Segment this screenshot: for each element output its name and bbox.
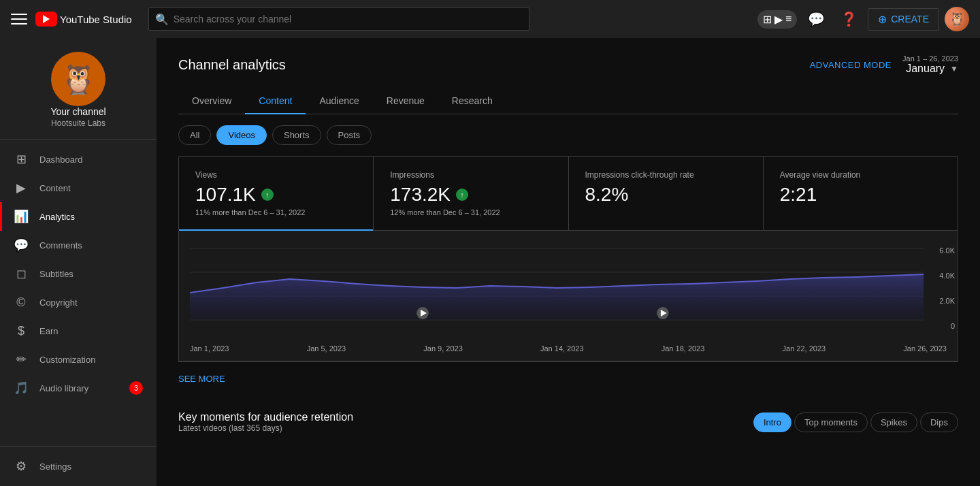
tab-research[interactable]: Research bbox=[438, 88, 506, 114]
menu-icon[interactable] bbox=[11, 11, 27, 27]
filter-posts[interactable]: Posts bbox=[327, 125, 372, 145]
sidebar-item-copyright[interactable]: © Copyright bbox=[0, 288, 157, 317]
tab-revenue[interactable]: Revenue bbox=[373, 88, 438, 114]
chart-xaxis: Jan 1, 2023 Jan 5, 2023 Jan 9, 2023 Jan … bbox=[179, 339, 958, 361]
sidebar-item-label: Content bbox=[39, 183, 71, 193]
metric-impressions-value: 173.2K ↑ bbox=[390, 184, 551, 206]
metric-avg-view-label: Average view duration bbox=[780, 170, 941, 180]
sidebar-item-content[interactable]: ▶ Content bbox=[0, 174, 157, 202]
date-range-picker[interactable]: January ▼ bbox=[902, 63, 958, 75]
youtube-logo bbox=[35, 12, 57, 27]
sidebar-item-earn[interactable]: $ Earn bbox=[0, 317, 157, 345]
sidebar-bottom: ⚙ Settings bbox=[0, 446, 157, 486]
chart-x-label-4: Jan 14, 2023 bbox=[540, 344, 584, 353]
key-moments-header: Key moments for audience retention Lates… bbox=[178, 411, 958, 433]
create-plus-icon: ⊕ bbox=[878, 13, 887, 26]
chart-y-label-0: 0 bbox=[939, 323, 955, 330]
channel-info: Your channel Hootsuite Labs bbox=[0, 38, 157, 140]
sidebar-item-label: Earn bbox=[39, 326, 58, 336]
filter-videos[interactable]: Videos bbox=[216, 125, 267, 145]
km-tab-spikes[interactable]: Spikes bbox=[870, 412, 917, 432]
sidebar-item-label: Comments bbox=[39, 240, 82, 250]
metric-views-change: 11% more than Dec 6 – 31, 2022 bbox=[195, 208, 357, 216]
play-icon[interactable]: ▶ bbox=[774, 13, 783, 26]
see-more-button[interactable]: SEE MORE bbox=[178, 374, 225, 384]
chart-x-label-5: Jan 18, 2023 bbox=[662, 344, 705, 353]
sidebar: Your channel Hootsuite Labs ⊞ Dashboard … bbox=[0, 38, 157, 486]
metric-avg-view[interactable]: Average view duration 2:21 bbox=[764, 157, 958, 230]
metric-ctr-value: 8.2% bbox=[585, 184, 747, 206]
search-icon: 🔍 bbox=[155, 13, 169, 26]
advanced-mode-button[interactable]: ADVANCED MODE bbox=[810, 60, 892, 70]
chart-x-label-7: Jan 26, 2023 bbox=[903, 344, 947, 353]
metric-impressions-label: Impressions bbox=[390, 170, 551, 180]
chart-y-label-6k: 6.0K bbox=[939, 247, 955, 255]
sidebar-item-analytics[interactable]: 📊 Analytics bbox=[0, 202, 157, 231]
earn-icon: $ bbox=[14, 323, 29, 338]
sidebar-item-label: Subtitles bbox=[39, 269, 74, 279]
sidebar-item-label: Analytics bbox=[39, 212, 75, 222]
metric-ctr[interactable]: Impressions click-through rate 8.2% bbox=[569, 157, 764, 230]
logo-area[interactable]: YouTube Studio bbox=[35, 12, 132, 27]
metric-views-value: 107.1K ↑ bbox=[195, 184, 357, 206]
metric-avg-view-value: 2:21 bbox=[780, 184, 941, 206]
metric-views[interactable]: Views 107.1K ↑ 11% more than Dec 6 – 31,… bbox=[179, 157, 374, 230]
date-range-area: Jan 1 – 26, 2023 January ▼ bbox=[902, 54, 958, 75]
yt-mode-switcher[interactable]: ⊞ ▶ ≡ bbox=[757, 10, 797, 29]
search-input[interactable] bbox=[148, 7, 529, 31]
audio-library-icon: 🎵 bbox=[14, 380, 29, 395]
key-moments-title: Key moments for audience retention bbox=[178, 411, 353, 423]
km-tab-top-moments[interactable]: Top moments bbox=[794, 412, 868, 432]
metric-impressions-up-icon: ↑ bbox=[456, 189, 468, 201]
create-label: CREATE bbox=[891, 14, 929, 25]
chart-x-label-1: Jan 1, 2023 bbox=[190, 344, 229, 353]
create-button[interactable]: ⊕ CREATE bbox=[868, 8, 939, 31]
sidebar-item-settings[interactable]: ⚙ Settings bbox=[0, 452, 157, 481]
list-icon[interactable]: ≡ bbox=[785, 13, 791, 25]
date-range-label: Jan 1 – 26, 2023 bbox=[902, 54, 958, 63]
page-header: Channel analytics ADVANCED MODE Jan 1 – … bbox=[178, 54, 958, 75]
metric-views-up-icon: ↑ bbox=[261, 189, 274, 201]
filter-shorts[interactable]: Shorts bbox=[272, 125, 321, 145]
analytics-icon: 📊 bbox=[14, 209, 29, 224]
sidebar-item-comments[interactable]: 💬 Comments bbox=[0, 231, 157, 259]
key-moments-tabs: Intro Top moments Spikes Dips bbox=[753, 412, 958, 432]
tab-bar: Overview Content Audience Revenue Resear… bbox=[178, 88, 958, 114]
sidebar-item-customization[interactable]: ✏ Customization bbox=[0, 345, 157, 374]
date-range-value-text: January bbox=[906, 63, 945, 75]
km-tab-intro[interactable]: Intro bbox=[753, 412, 791, 432]
km-tab-dips[interactable]: Dips bbox=[920, 412, 958, 432]
sidebar-item-audio-library[interactable]: 🎵 Audio library 3 bbox=[0, 374, 157, 402]
page-title: Channel analytics bbox=[178, 57, 286, 73]
metric-impressions-change: 12% more than Dec 6 – 31, 2022 bbox=[390, 208, 551, 216]
chart-container: 6.0K 4.0K 2.0K 0 bbox=[178, 231, 958, 361]
sidebar-item-label: Customization bbox=[39, 355, 95, 365]
content-icon: ▶ bbox=[14, 180, 29, 195]
dropdown-arrow-icon: ▼ bbox=[950, 64, 958, 74]
channel-sub: Hootsuite Labs bbox=[51, 118, 105, 128]
comments-icon-btn[interactable]: 💬 bbox=[802, 5, 830, 33]
studio-label: YouTube Studio bbox=[60, 14, 132, 25]
avatar[interactable]: 🦉 bbox=[945, 7, 969, 31]
channel-avatar bbox=[51, 52, 105, 106]
topnav: YouTube Studio 🔍 ⊞ ▶ ≡ 💬 ❓ ⊕ CREATE 🦉 bbox=[0, 0, 980, 38]
key-moments-sub: Latest videos (last 365 days) bbox=[178, 423, 353, 433]
metric-impressions[interactable]: Impressions 173.2K ↑ 12% more than Dec 6… bbox=[374, 157, 568, 230]
grid-icon[interactable]: ⊞ bbox=[763, 13, 772, 26]
topnav-icons: ⊞ ▶ ≡ 💬 ❓ ⊕ CREATE 🦉 bbox=[757, 5, 969, 33]
chart-svg bbox=[190, 242, 924, 337]
customization-icon: ✏ bbox=[14, 352, 29, 367]
sidebar-item-label: Copyright bbox=[39, 297, 78, 308]
sidebar-item-dashboard[interactable]: ⊞ Dashboard bbox=[0, 145, 157, 174]
tab-content[interactable]: Content bbox=[245, 88, 306, 114]
filter-all[interactable]: All bbox=[178, 125, 211, 145]
sidebar-item-subtitles[interactable]: ◻ Subtitles bbox=[0, 259, 157, 288]
comments-icon: 💬 bbox=[14, 238, 29, 253]
tab-overview[interactable]: Overview bbox=[178, 88, 245, 114]
help-icon-btn[interactable]: ❓ bbox=[835, 5, 862, 33]
dashboard-icon: ⊞ bbox=[14, 152, 29, 167]
main-layout: Your channel Hootsuite Labs ⊞ Dashboard … bbox=[0, 38, 980, 486]
sidebar-item-label: Dashboard bbox=[39, 155, 83, 165]
metric-views-label: Views bbox=[195, 170, 357, 180]
tab-audience[interactable]: Audience bbox=[306, 88, 372, 114]
